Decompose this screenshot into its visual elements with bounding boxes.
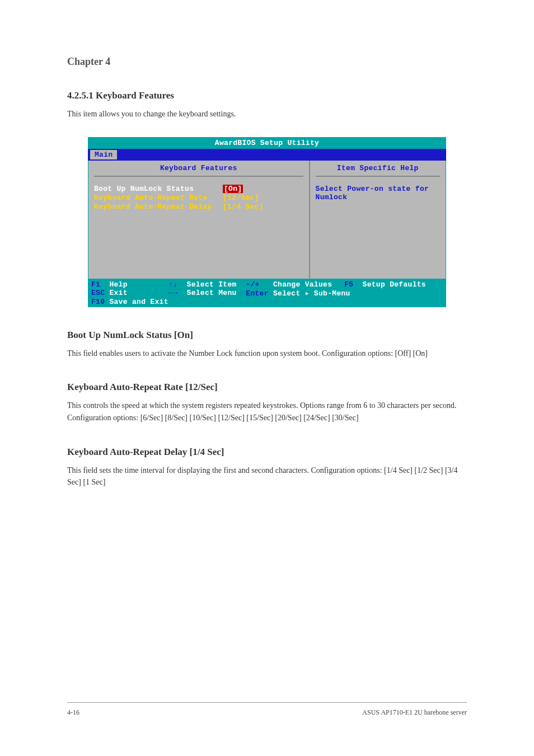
section-body: This item allows you to change the keybo… (67, 108, 467, 120)
bios-footer-bar: F1 Help ↑↓ Select Item -/+ Change Values… (88, 279, 446, 307)
bios-key-label: Select ▸ Sub-Menu (273, 289, 350, 298)
bios-key-label: Exit (109, 289, 127, 297)
bios-setting-row[interactable]: Keyboard Auto-Repeat Rate [12/Sec] (94, 194, 303, 202)
option-body: This field enables users to activate the… (67, 348, 467, 360)
bios-key-label: Change Values (273, 280, 332, 289)
bios-setting-row[interactable]: Boot Up NumLock Status [On] (94, 185, 303, 193)
bios-key-esc: ESC (91, 289, 105, 297)
option-heading: Keyboard Auto-Repeat Rate [12/Sec] (67, 382, 467, 393)
bios-title-bar: AwardBIOS Setup Utility (88, 137, 446, 149)
bios-key-enter: Enter (246, 289, 269, 298)
bios-setting-label: Keyboard Auto-Repeat Delay (94, 203, 223, 211)
bios-panel-title: Keyboard Features (94, 164, 303, 177)
option-heading: Boot Up NumLock Status [On] (67, 330, 467, 341)
bios-key-updown: ↑↓ (168, 280, 177, 289)
bios-setting-value[interactable]: [On] (223, 185, 243, 193)
page-footer: 4-16 ASUS AP1710-E1 2U barebone server (67, 702, 467, 717)
page-number: 4-16 (67, 708, 79, 717)
bios-tab-main[interactable]: Main (90, 150, 117, 159)
bios-key-leftright: ←→ (168, 289, 177, 297)
chapter-title: Chapter 4 (67, 56, 467, 68)
bios-key-label: Select Menu (187, 289, 237, 297)
bios-help-panel: Item Specific Help Select Power-on state… (310, 161, 446, 279)
bios-help-title: Item Specific Help (316, 164, 440, 177)
bios-key-f10: F10 (91, 298, 105, 306)
bios-key-label: Help (109, 280, 127, 289)
bios-setting-value[interactable]: [1/4 Sec] (223, 203, 264, 211)
option-body: This field sets the time interval for di… (67, 464, 467, 489)
bios-setting-label: Boot Up NumLock Status (94, 185, 223, 193)
bios-screenshot: AwardBIOS Setup Utility Main Keyboard Fe… (88, 137, 446, 307)
bios-help-text: Select Power-on state for Numlock (316, 185, 440, 201)
footer-text: ASUS AP1710-E1 2U barebone server (362, 708, 467, 717)
option-body: This controls the speed at which the sys… (67, 400, 467, 424)
bios-setting-value[interactable]: [12/Sec] (223, 194, 259, 202)
bios-key-label: Select Item (187, 280, 237, 289)
bios-key-f1: F1 (91, 280, 100, 289)
bios-setting-label: Keyboard Auto-Repeat Rate (94, 194, 223, 202)
bios-tab-bar: Main (88, 149, 446, 161)
bios-key-label: Save and Exit (109, 298, 168, 306)
bios-key-f5: F5 (344, 280, 353, 289)
bios-setting-row[interactable]: Keyboard Auto-Repeat Delay [1/4 Sec] (94, 203, 303, 211)
option-heading: Keyboard Auto-Repeat Delay [1/4 Sec] (67, 447, 467, 458)
bios-settings-panel: Keyboard Features Boot Up NumLock Status… (88, 161, 310, 279)
bios-key-label: Setup Defaults (363, 280, 426, 289)
bios-key-plusminus: -/+ (246, 280, 259, 289)
section-heading: 4.2.5.1 Keyboard Features (67, 90, 467, 101)
